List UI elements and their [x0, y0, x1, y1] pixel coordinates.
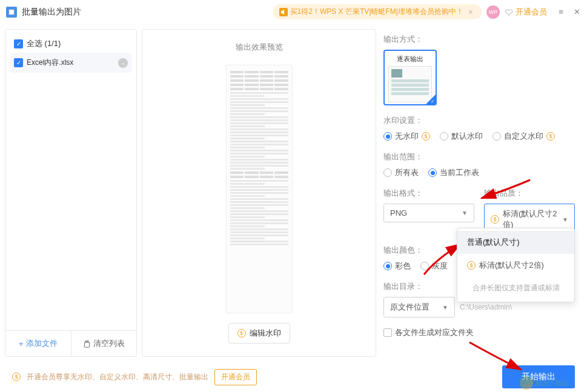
speaker-icon	[279, 8, 288, 16]
file-checkbox[interactable]: ✓	[14, 58, 23, 67]
output-mode-label: 输出方式：	[383, 34, 575, 45]
coin-icon: $	[237, 329, 246, 337]
add-file-button[interactable]: + 添加文件	[5, 331, 71, 356]
file-row[interactable]: ✓ Excel内容.xlsx –	[10, 53, 131, 73]
quality-option-normal[interactable]: 普通(默认尺寸)	[457, 231, 574, 254]
logo-icon	[520, 376, 533, 390]
range-group: 输出范围： 所有表 当前工作表	[383, 151, 575, 178]
chevron-down-icon: ▼	[442, 304, 448, 311]
radio-icon	[492, 132, 501, 141]
quality-option-hd[interactable]: $ 标清(默认尺寸2倍)	[457, 254, 574, 277]
checkbox-icon	[383, 328, 392, 337]
radio-icon	[383, 168, 392, 177]
title-bar: 批量输出为图片 买1得2！WPS X 芒果TV|蜻蜓FM|埋堆堆会员抢购中！ ×…	[0, 0, 587, 24]
title-area: 批量输出为图片	[6, 7, 81, 18]
clear-list-button[interactable]: 清空列表	[71, 331, 137, 356]
remove-file-icon[interactable]: –	[118, 58, 128, 68]
file-name: Excel内容.xlsx	[27, 58, 114, 68]
preview-title: 输出效果预览	[236, 42, 283, 53]
select-all-row[interactable]: ✓ 全选 (1/1)	[10, 35, 131, 53]
range-label: 输出范围：	[383, 151, 575, 162]
color-full-radio[interactable]: 彩色	[383, 261, 411, 271]
footer-tip: 开通会员尊享无水印、自定义水印、高清尺寸、批量输出	[27, 372, 208, 382]
diamond-icon	[505, 8, 513, 16]
subfolder-checkbox[interactable]: 各文件生成对应文件夹	[383, 327, 575, 338]
select-all-checkbox[interactable]: ✓	[14, 39, 23, 48]
coin-icon: $	[467, 261, 476, 270]
watermark-custom-radio[interactable]: 自定义水印 $	[492, 131, 555, 142]
window-title: 批量输出为图片	[22, 7, 81, 18]
format-label: 输出格式：	[383, 188, 474, 199]
output-mode-group: 输出方式： 逐表输出	[383, 34, 575, 105]
footer-vip-button[interactable]: 开通会员	[214, 369, 257, 385]
file-list-actions: + 添加文件 清空列表	[5, 330, 136, 356]
preview-panel: 输出效果预览	[142, 29, 376, 357]
window-controls: ≡ ✕	[557, 8, 581, 16]
quality-dropdown: 普通(默认尺寸) $ 标清(默认尺寸2倍) 合并长图仅支持普通或标清	[457, 228, 575, 302]
main-content: ✓ 全选 (1/1) ✓ Excel内容.xlsx – + 添加文件 清空列表 …	[0, 24, 587, 362]
trash-icon	[83, 340, 91, 348]
chevron-down-icon: ▼	[462, 210, 468, 216]
avatar[interactable]: WP	[486, 5, 500, 19]
radio-icon	[440, 132, 448, 141]
chevron-down-icon: ▼	[562, 216, 568, 223]
watermark-default-radio[interactable]: 默认水印	[440, 131, 483, 142]
preview-thumbnail	[226, 65, 293, 313]
dir-path: C:\Users\admin\	[460, 303, 512, 311]
site-watermark: 极光下载站	[520, 376, 569, 390]
format-select[interactable]: PNG ▼	[383, 204, 474, 222]
promo-text: 买1得2！WPS X 芒果TV|蜻蜓FM|埋堆堆会员抢购中！	[290, 7, 463, 17]
output-mode-card[interactable]: 逐表输出	[383, 50, 437, 105]
quality-dropdown-hint: 合并长图仅支持普通或标清	[457, 277, 574, 299]
settings-panel: 输出方式： 逐表输出 水印设置： 无水印 $	[381, 24, 587, 362]
file-list-panel: ✓ 全选 (1/1) ✓ Excel内容.xlsx – + 添加文件 清空列表	[5, 29, 137, 357]
quality-label: 输出品质：	[484, 188, 575, 199]
app-icon	[6, 7, 17, 18]
radio-icon	[428, 168, 437, 177]
radio-icon	[383, 262, 392, 270]
plus-icon: +	[19, 339, 24, 348]
coin-icon: $	[12, 373, 21, 381]
file-list: ✓ 全选 (1/1) ✓ Excel内容.xlsx –	[5, 30, 136, 330]
color-gray-radio[interactable]: 灰度	[420, 261, 448, 271]
footer-left: $ 开通会员尊享无水印、自定义水印、高清尺寸、批量输出 开通会员	[12, 369, 257, 385]
coin-icon: $	[422, 132, 430, 141]
radio-icon	[420, 262, 429, 270]
edit-watermark-button[interactable]: $ 编辑水印	[228, 323, 290, 344]
menu-icon[interactable]: ≡	[557, 8, 565, 16]
radio-icon	[383, 132, 392, 141]
check-icon	[426, 95, 436, 104]
promo-close-icon[interactable]: ×	[466, 7, 476, 17]
watermark-label: 水印设置：	[383, 115, 575, 126]
dir-select[interactable]: 原文件位置 ▼	[383, 297, 455, 317]
select-all-label: 全选 (1/1)	[27, 38, 61, 49]
promo-banner[interactable]: 买1得2！WPS X 芒果TV|蜻蜓FM|埋堆堆会员抢购中！ ×	[273, 4, 482, 19]
header-right: 买1得2！WPS X 芒果TV|蜻蜓FM|埋堆堆会员抢购中！ × WP 开通会员…	[273, 4, 581, 19]
close-icon[interactable]: ✕	[572, 8, 581, 16]
coin-icon: $	[491, 215, 499, 224]
coin-icon: $	[546, 132, 555, 141]
range-all-radio[interactable]: 所有表	[383, 167, 419, 178]
range-current-radio[interactable]: 当前工作表	[428, 167, 479, 178]
vip-link[interactable]: 开通会员	[505, 7, 547, 18]
watermark-group: 水印设置： 无水印 $ 默认水印 自定义水印 $	[383, 115, 575, 142]
svg-rect-1	[9, 10, 14, 15]
watermark-none-radio[interactable]: 无水印 $	[383, 131, 430, 142]
footer: $ 开通会员尊享无水印、自定义水印、高清尺寸、批量输出 开通会员 开始输出	[0, 362, 587, 392]
